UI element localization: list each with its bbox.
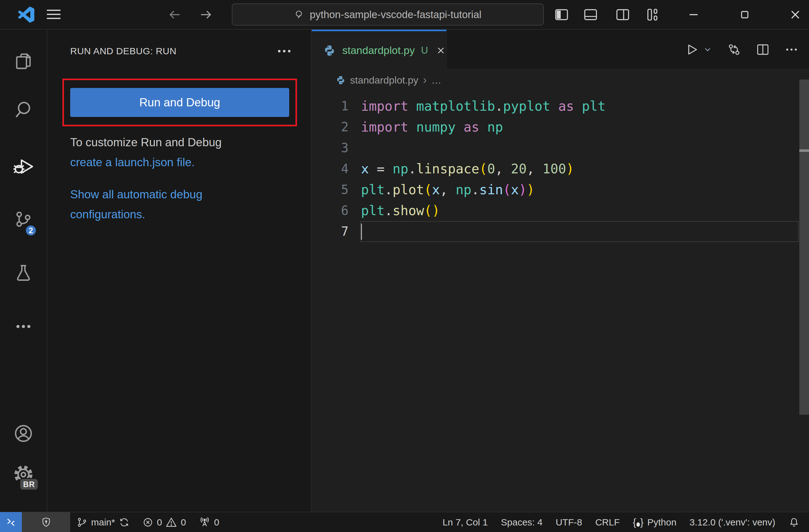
editor-group: standardplot.py U xyxy=(311,30,809,512)
bell-icon xyxy=(788,517,799,528)
python-file-icon xyxy=(336,75,345,85)
split-editor-icon[interactable] xyxy=(756,43,770,56)
sidebar-item-run-debug[interactable] xyxy=(0,149,47,183)
beaker-icon xyxy=(14,263,33,283)
run-debug-icon xyxy=(13,156,34,176)
workspace-trust-button[interactable] xyxy=(22,512,70,532)
ellipsis-icon xyxy=(14,317,33,336)
warning-count: 0 xyxy=(180,517,186,528)
accounts-button[interactable] xyxy=(0,416,47,450)
ports-count: 0 xyxy=(214,517,219,528)
command-center-search[interactable]: python-sample-vscode-fastapi-tutorial xyxy=(232,3,544,25)
menu-hamburger-icon[interactable] xyxy=(47,10,61,22)
minimize-button[interactable] xyxy=(685,6,702,23)
settings-gear-button[interactable]: BR xyxy=(0,458,47,492)
run-python-file-button[interactable] xyxy=(686,43,699,56)
git-branch-icon xyxy=(77,517,87,528)
editor-more-actions-icon[interactable] xyxy=(785,43,798,56)
problems-status[interactable]: 0 0 xyxy=(136,512,192,532)
python-file-icon xyxy=(324,45,335,56)
errors-icon xyxy=(142,517,153,528)
maximize-button[interactable] xyxy=(736,6,753,23)
customize-hint-text: To customize Run and Debug create a laun… xyxy=(70,132,295,173)
forward-arrow-icon[interactable] xyxy=(199,7,213,22)
breadcrumb-symbol[interactable]: … xyxy=(431,74,442,86)
code-line[interactable]: import numpy as np xyxy=(361,117,606,138)
tab-close-icon[interactable] xyxy=(436,46,446,55)
git-branch-status[interactable]: main* xyxy=(70,512,136,532)
sync-icon xyxy=(119,517,130,528)
python-interpreter-status[interactable]: 3.12.0 ('.venv': venv) xyxy=(683,512,782,532)
breadcrumb[interactable]: standardplot.py › … xyxy=(312,70,809,91)
search-icon xyxy=(14,100,33,120)
toggle-secondary-sidebar-icon[interactable] xyxy=(614,6,631,23)
editor-scrollbar[interactable] xyxy=(799,79,809,415)
line-number: 6 xyxy=(312,200,348,221)
sidebar-item-search[interactable] xyxy=(0,93,47,127)
indentation-status[interactable]: Spaces: 4 xyxy=(495,512,549,532)
tab-untracked-indicator: U xyxy=(421,45,428,56)
launch-json-link[interactable]: create a launch.json file. xyxy=(70,156,195,169)
radio-tower-icon xyxy=(199,517,210,528)
code-line[interactable] xyxy=(361,221,606,242)
editor-toolbar xyxy=(686,30,798,70)
toggle-panel-icon[interactable] xyxy=(582,6,599,23)
files-icon xyxy=(14,51,33,71)
views-more-actions-icon[interactable] xyxy=(277,46,292,56)
breadcrumb-file[interactable]: standardplot.py xyxy=(350,74,418,86)
line-number: 1 xyxy=(312,96,348,117)
sidebar-title: RUN AND DEBUG: RUN xyxy=(70,46,177,56)
error-count: 0 xyxy=(157,517,162,528)
code-line[interactable] xyxy=(361,138,606,158)
sidebar-item-testing[interactable] xyxy=(0,256,47,290)
sidebar-item-explorer[interactable] xyxy=(0,44,47,78)
run-debug-sidebar: RUN AND DEBUG: RUN Run and Debug To cust… xyxy=(48,30,311,512)
vscode-logo-icon xyxy=(18,6,34,23)
show-configs-text: Show all automatic debugconfigurations. xyxy=(70,184,295,225)
warnings-icon xyxy=(166,517,177,528)
back-arrow-icon[interactable] xyxy=(168,7,182,22)
line-number: 3 xyxy=(312,138,348,158)
braces-icon: {} xyxy=(633,516,643,528)
status-bar: main* 0 0 xyxy=(0,512,809,532)
remote-icon xyxy=(6,517,16,528)
branch-name: main* xyxy=(91,517,115,528)
encoding-status[interactable]: UTF-8 xyxy=(549,512,589,532)
tab-standardplot[interactable]: standardplot.py U xyxy=(312,30,447,70)
shield-icon xyxy=(40,517,52,528)
toggle-primary-sidebar-icon[interactable] xyxy=(553,6,570,23)
line-number: 2 xyxy=(312,117,348,138)
show-debug-configs-link[interactable]: Show all automatic debugconfigurations. xyxy=(70,188,203,221)
profile-badge: BR xyxy=(19,478,39,491)
code-lines[interactable]: import matplotlib.pyplot as pltimport nu… xyxy=(361,96,606,242)
ports-status[interactable]: 0 xyxy=(192,512,226,532)
title-bar: python-sample-vscode-fastapi-tutorial xyxy=(0,0,809,30)
activity-more-actions[interactable] xyxy=(0,309,47,344)
close-window-button[interactable] xyxy=(787,6,804,23)
run-and-debug-button[interactable]: Run and Debug xyxy=(70,88,289,117)
text-cursor xyxy=(361,224,362,240)
eol-status[interactable]: CRLF xyxy=(589,512,626,532)
language-mode-status[interactable]: {} Python xyxy=(626,512,683,532)
source-control-badge: 2 xyxy=(25,225,37,236)
line-number: 4 xyxy=(312,158,348,179)
line-number: 7 xyxy=(312,221,348,242)
open-changes-icon[interactable] xyxy=(727,43,741,56)
code-line[interactable]: x = np.linspace(0, 20, 100) xyxy=(361,158,606,179)
remote-indicator[interactable] xyxy=(0,512,22,532)
run-dropdown-chevron-icon[interactable] xyxy=(703,45,712,54)
cursor-position-status[interactable]: Ln 7, Col 1 xyxy=(436,512,494,532)
notifications-bell[interactable] xyxy=(782,512,801,532)
activity-bar: 2 BR xyxy=(0,30,48,512)
tab-bar: standardplot.py U xyxy=(312,30,809,70)
code-line[interactable]: plt.plot(x, np.sin(x)) xyxy=(361,179,606,200)
breadcrumb-chevron-icon: › xyxy=(423,74,427,87)
code-line[interactable]: import matplotlib.pyplot as plt xyxy=(361,96,606,117)
code-line[interactable]: plt.show() xyxy=(361,200,606,221)
tab-label: standardplot.py xyxy=(342,44,415,56)
status-right-group: Ln 7, Col 1 Spaces: 4 UTF-8 CRLF {} Pyth… xyxy=(436,512,809,532)
sidebar-item-source-control[interactable]: 2 xyxy=(0,202,47,236)
editor-gutter: 1234567 xyxy=(312,96,348,242)
search-icon xyxy=(294,10,305,20)
customize-layout-icon[interactable] xyxy=(644,6,661,23)
